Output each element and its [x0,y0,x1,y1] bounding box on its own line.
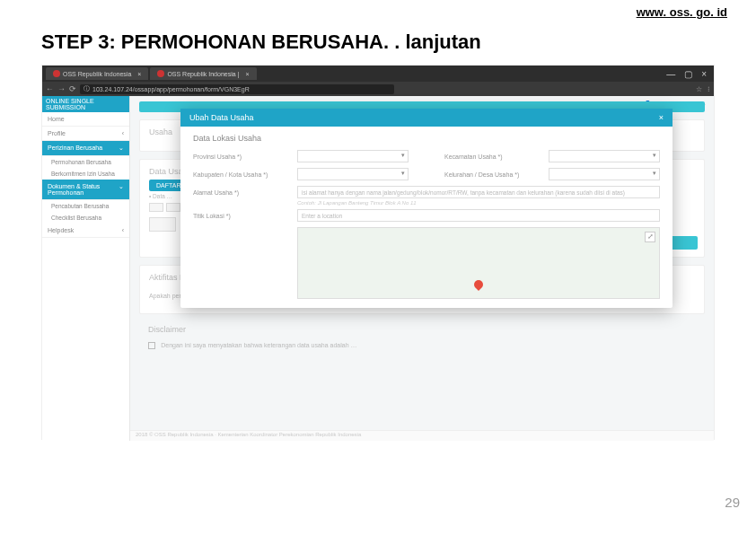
map-fullscreen-icon[interactable]: ⤢ [645,232,655,242]
label-provinsi: Provinsi Usaha *) [193,153,292,160]
modal-title: Ubah Data Usaha [189,113,254,122]
select-kabupaten[interactable] [297,168,409,180]
browser-tab[interactable]: OSS Republik Indonesia | × [150,67,256,80]
hint-alamat: Contoh: Jl Lapangan Banteng Timur Blok A… [297,200,660,206]
chevron-down-icon: ⌄ [119,183,124,196]
modal-close-icon[interactable]: × [659,113,664,122]
address-text: 103.24.107.24/ossapp/app/permohonan/form… [92,86,250,92]
modal-overlay: Ubah Data Usaha × Data Lokasi Usaha Prov… [139,101,705,356]
close-tab-icon[interactable]: × [245,71,249,77]
label-kabupaten: Kabupaten / Kota Usaha *) [193,171,292,178]
address-input[interactable]: ⓘ 103.24.107.24/ossapp/app/permohonan/fo… [80,84,394,94]
info-icon: ⓘ [84,84,90,93]
minimize-icon[interactable]: — [666,69,675,79]
sidebar-item-dokumen[interactable]: Dokumen & Status Permohonan⌄ [42,180,129,200]
sidebar: ONLINE SINGLE SUBMISSION Home Profile‹ P… [42,96,130,441]
browser-addressbar: ← → ⟳ ⓘ 103.24.107.24/ossapp/app/permoho… [42,82,714,96]
input-titik-lokasi[interactable]: Enter a location [297,209,660,222]
tab-label: OSS Republik Indonesia | [167,71,239,77]
label-titik: Titik Lokasi *) [193,213,292,219]
sidebar-sub-checklist[interactable]: Checklist Berusaha [42,212,129,224]
select-provinsi[interactable] [297,150,409,162]
browser-tabbar: OSS Republik Indonesia × OSS Republik In… [42,66,714,82]
footer: 2018 © OSS Republik Indonesia · Kementer… [130,430,714,441]
page-number: 29 [725,495,740,510]
map-pin-icon [474,280,483,293]
label-kecamatan: Kecamatan Usaha *) [444,153,543,160]
star-icon[interactable]: ☆ [696,85,702,93]
main-content: 👤 Budi Subarizno ⌄ Usaha Data Usaha DAFT… [130,96,714,441]
tab-label: OSS Republik Indonesia [63,71,131,77]
chevron-icon: ‹ [122,130,124,136]
favicon-icon [53,70,60,77]
sidebar-sub-permohonan[interactable]: Permohonan Berusaha [42,156,129,168]
reload-icon[interactable]: ⟳ [69,84,76,93]
label-alamat: Alamat Usaha *) [193,189,292,196]
sidebar-sub-pencabutan[interactable]: Pencabutan Berusaha [42,200,129,212]
brand-bar: ONLINE SINGLE SUBMISSION [42,96,129,112]
menu-icon[interactable]: ⁝ [708,85,710,93]
sidebar-sub-berkomitmen[interactable]: Berkomitmen Izin Usaha [42,168,129,180]
sidebar-item-profile[interactable]: Profile‹ [42,127,129,141]
input-alamat[interactable]: isi alamat hanya dengan nama jalan/gedun… [297,186,660,198]
sidebar-item-helpdesk[interactable]: Helpdesk‹ [42,224,129,238]
browser-tab[interactable]: OSS Republik Indonesia × [46,67,148,80]
modal-header: Ubah Data Usaha × [180,109,672,127]
sidebar-item-home[interactable]: Home [42,112,129,127]
url-link[interactable]: www. oss. go. id [637,5,727,19]
select-kecamatan[interactable] [549,150,660,162]
chevron-down-icon: ⌄ [119,145,124,152]
label-kelurahan: Kelurahan / Desa Usaha *) [444,171,543,178]
map-widget[interactable]: ⤢ [297,227,660,299]
select-kelurahan[interactable] [549,168,660,180]
close-tab-icon[interactable]: × [137,71,141,77]
favicon-icon [157,70,164,77]
slide-title: STEP 3: PERMOHONAN BERUSAHA. . lanjutan [41,31,481,54]
modal-ubah-data-usaha: Ubah Data Usaha × Data Lokasi Usaha Prov… [180,109,672,308]
forward-icon[interactable]: → [57,84,66,93]
sidebar-item-perizinan[interactable]: Perizinan Berusaha⌄ [42,141,129,156]
chevron-icon: ‹ [122,227,124,233]
back-icon[interactable]: ← [46,84,54,93]
close-window-icon[interactable]: × [701,69,707,79]
modal-section-title: Data Lokasi Usaha [180,127,672,145]
maximize-icon[interactable]: ▢ [684,69,692,79]
embedded-screenshot: OSS Republik Indonesia × OSS Republik In… [41,65,715,440]
